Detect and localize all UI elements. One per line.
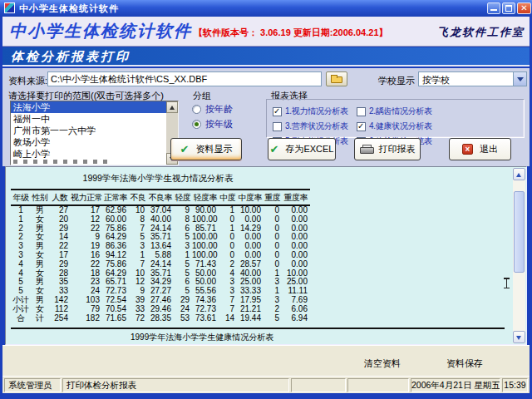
checkbox-icon	[273, 122, 282, 131]
footer-strip: 清空资料 资料保存	[2, 345, 530, 376]
radio-option[interactable]: 按年级	[192, 116, 250, 131]
clear-data-button[interactable]: 清空资料	[364, 357, 401, 370]
report-checkbox[interactable]: 1.视力情况分析表	[273, 104, 357, 119]
report-checkbox[interactable]: 2.龋齿情况分析表	[357, 104, 441, 119]
radio-option[interactable]: 按年龄	[192, 101, 250, 116]
table-cell: 3	[174, 242, 192, 251]
status-empty-cell	[291, 378, 346, 392]
form-area: 资料来源: 学校显示 按学校 请选择要打印的范围((双击可选择多个) 分组 报表…	[2, 68, 530, 166]
table-cell: 73.61	[192, 314, 219, 323]
group-radio-group: 按年龄按年级	[192, 101, 250, 131]
table-cell: 22	[71, 224, 102, 234]
table-header-cell: 不良	[129, 190, 147, 205]
school-display-value: 按学校	[422, 74, 450, 86]
table-cell: 21.21	[237, 305, 264, 314]
table-cell: 0.00	[282, 215, 310, 224]
school-display-select[interactable]: 按学校	[418, 71, 527, 86]
table-cell: 100.00	[192, 242, 219, 251]
report-checkbox[interactable]: 4.健康状况分析表	[357, 119, 441, 134]
window-title: 中小学生体检统计软件	[19, 2, 119, 15]
action-button[interactable]: ✔资料显示	[170, 138, 242, 160]
status-time: 15:39	[502, 378, 528, 392]
table-cell: 6.94	[282, 314, 310, 323]
table-cell: 6.06	[282, 305, 310, 314]
minimize-button[interactable]	[487, 2, 500, 14]
browse-button[interactable]	[326, 71, 347, 86]
table-cell: 100.00	[192, 251, 219, 260]
table-cell: 14	[219, 314, 237, 323]
table-cell: 9	[174, 205, 192, 215]
chevron-down-icon[interactable]	[513, 72, 526, 86]
table-header-cell: 轻度率	[192, 190, 219, 205]
close-button[interactable]: ✕	[517, 2, 531, 14]
table-cell: 10	[129, 269, 147, 278]
table-cell: 3	[11, 251, 31, 260]
app-title: 中小学生体检统计软件	[9, 20, 192, 42]
table-cell: 103	[71, 296, 102, 305]
table-cell: 5	[174, 269, 192, 278]
checkbox-label: 3.营养状况分析表	[285, 121, 348, 132]
table-cell: 37.04	[147, 205, 174, 215]
table-row: 1女201260.00840.008100.0000.0000.00	[11, 215, 310, 224]
save-data-button[interactable]: 资料保存	[446, 357, 483, 370]
table-cell: 24	[71, 287, 102, 296]
table-cell: 0.00	[282, 260, 310, 269]
table-cell: 75.86	[102, 260, 129, 269]
table-cell: 1	[219, 205, 237, 215]
table-cell: 1	[174, 251, 192, 260]
table-cell: 男	[31, 224, 49, 234]
button-label: 退出	[480, 143, 498, 155]
table-cell: 1	[129, 251, 147, 260]
table-cell: 33	[129, 305, 147, 314]
scroll-up-icon[interactable]	[513, 168, 525, 180]
table-cell: 5.88	[147, 251, 174, 260]
table-cell: 7	[219, 305, 237, 314]
table-cell: 142	[49, 296, 71, 305]
table-cell: 2	[11, 233, 31, 242]
table-cell: 75.86	[102, 224, 129, 234]
table-header-cell: 年级	[11, 190, 31, 205]
maximize-button[interactable]	[502, 2, 515, 14]
table-cell: 0.00	[237, 215, 264, 224]
report-checkbox[interactable]: 3.营养状况分析表	[273, 119, 357, 134]
action-button[interactable]: ✔存为EXCEL	[268, 138, 336, 160]
table-cell: 72	[129, 314, 147, 323]
table-cell: 17.95	[237, 296, 264, 305]
version-info: 【软件版本号： 3.06.19 更新日期:2006.04.21】	[194, 27, 388, 39]
table-cell: 0.00	[282, 224, 310, 234]
table-cell: 男	[31, 296, 49, 305]
scroll-down-icon[interactable]	[513, 331, 525, 343]
school-list-item[interactable]: 广州市第一一六中学	[11, 125, 166, 136]
table-cell: 女	[31, 305, 49, 314]
table-cell: 1	[264, 287, 282, 296]
school-list-item[interactable]: 福州一中	[11, 113, 166, 125]
school-display-label: 学校显示	[378, 75, 415, 87]
action-button[interactable]: 打印报表	[354, 138, 421, 160]
exit-button[interactable]: ×退出	[449, 138, 511, 160]
source-path-input[interactable]	[47, 71, 322, 86]
scroll-up-icon[interactable]	[166, 101, 178, 113]
school-list-item[interactable]: 法海小学	[11, 101, 166, 113]
table-header-cell: 轻度	[174, 190, 192, 205]
scrollbar-thumb[interactable]	[514, 191, 525, 273]
table-cell: 29	[49, 224, 71, 234]
table-cell: 7.69	[282, 296, 310, 305]
table-cell: 53	[174, 314, 192, 323]
table-cell: 4	[11, 269, 31, 278]
table-cell: 0	[219, 242, 237, 251]
table-cell: 0	[219, 215, 237, 224]
table-cell: 24.14	[147, 260, 174, 269]
table-cell: 64.29	[102, 233, 129, 242]
table-cell: 女	[31, 287, 49, 296]
studio-name: 飞龙软件工作室	[437, 25, 525, 40]
radio-icon	[192, 105, 201, 114]
table-cell: 12	[129, 278, 147, 287]
table-cell: 9	[71, 233, 102, 242]
app-icon	[4, 2, 15, 13]
table-cell: 22	[49, 242, 71, 251]
table-row: 5男352365.711234.29650.00325.00325.00	[11, 278, 310, 287]
table-cell: 5	[174, 287, 192, 296]
text-cursor	[504, 278, 510, 288]
table-cell: 0.00	[282, 205, 310, 215]
report-scrollbar[interactable]	[513, 168, 525, 343]
